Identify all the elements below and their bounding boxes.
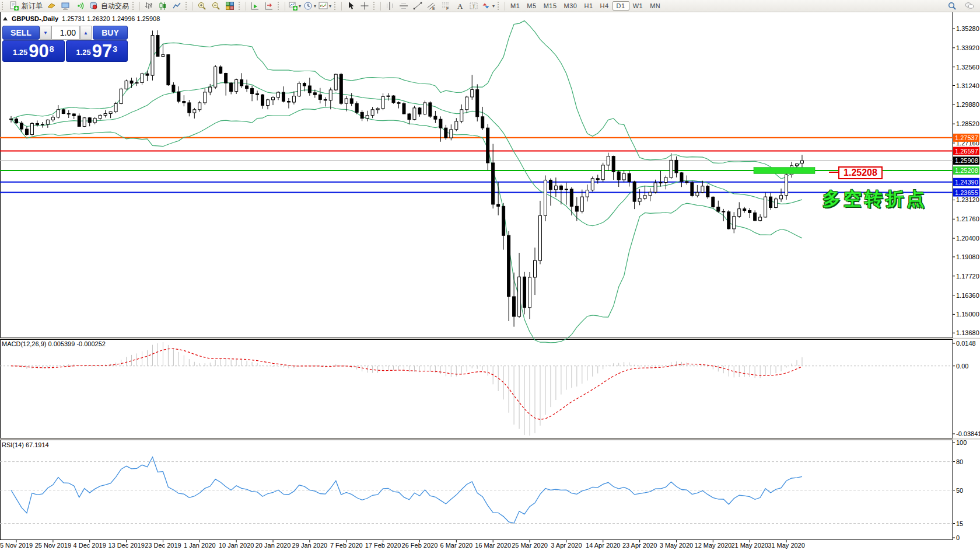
chart-canvas[interactable]: 1.352801.339201.325601.312401.298801.285…: [0, 0, 980, 550]
svg-text:29 Jan 2020: 29 Jan 2020: [292, 542, 328, 549]
volume-increase-button[interactable]: ▲: [80, 26, 92, 40]
chart-symbol-title: GBPUSD-,Daily: [12, 15, 58, 22]
chart-shift-button[interactable]: [262, 1, 276, 11]
new-chart-button[interactable]: ▾: [287, 1, 302, 11]
timeframe-m30-button[interactable]: M30: [561, 1, 581, 11]
candlestick-chart-icon: [158, 1, 167, 11]
text-label-icon: T: [469, 1, 478, 11]
volume-input[interactable]: 1.00: [51, 26, 80, 40]
svg-text:4 Dec 2019: 4 Dec 2019: [74, 542, 106, 549]
svg-text:80: 80: [956, 458, 963, 465]
buy-price-display[interactable]: 1.25 97 3: [66, 40, 128, 62]
svg-text:25 Nov 2019: 25 Nov 2019: [35, 542, 71, 549]
text-label-button[interactable]: T: [467, 1, 481, 11]
toolbar-separator: [139, 2, 140, 11]
timeframe-m15-button[interactable]: M15: [540, 1, 561, 11]
macd-indicator-label: MACD(12,26,9) 0.005399 -0.000252: [2, 340, 106, 347]
sell-price-display[interactable]: 1.25 90 8: [2, 40, 65, 62]
vline-icon: [385, 1, 394, 11]
period-button[interactable]: ▾: [302, 1, 317, 11]
svg-text:31 May 2020: 31 May 2020: [768, 542, 805, 549]
price-axis[interactable]: 1.352801.339201.325601.312401.298801.285…: [953, 25, 979, 336]
arrows-button[interactable]: ▾: [481, 1, 496, 11]
new-order-button[interactable]: [7, 1, 21, 11]
tile-windows-button[interactable]: [223, 1, 237, 11]
timeframe-d1-button[interactable]: D1: [612, 1, 629, 11]
timeframe-w1-button[interactable]: W1: [629, 1, 647, 11]
chat-button[interactable]: [963, 1, 977, 11]
search-button[interactable]: [945, 1, 959, 11]
date-axis[interactable]: 5 Nov 201925 Nov 20194 Dec 201913 Dec 20…: [0, 540, 805, 549]
svg-text:1.13680: 1.13680: [956, 329, 979, 336]
toolbar-grip: [278, 2, 281, 10]
vline-button[interactable]: [383, 1, 397, 11]
timeframe-m5-button[interactable]: M5: [523, 1, 540, 11]
indicators-button[interactable]: ▾: [317, 1, 332, 11]
timeframe-mn-button[interactable]: MN: [646, 1, 664, 11]
svg-text:0.0148: 0.0148: [956, 340, 976, 347]
line-chart-button[interactable]: [170, 1, 184, 11]
hline-button[interactable]: [397, 1, 411, 11]
support-highlight-bar[interactable]: [754, 168, 815, 174]
svg-text:6 Mar 2020: 6 Mar 2020: [440, 542, 473, 549]
autotrading-icon: [89, 1, 98, 11]
timeframe-h4-button[interactable]: H4: [597, 1, 612, 11]
svg-text:10 Jan 2020: 10 Jan 2020: [219, 542, 254, 549]
svg-text:1.27537: 1.27537: [955, 134, 978, 141]
trendline-icon: [413, 1, 422, 11]
svg-text:23 Apr 2020: 23 Apr 2020: [622, 542, 657, 549]
metaeditor-button[interactable]: [44, 1, 58, 11]
toolbar-separator: [380, 2, 381, 11]
svg-text:13 Dec 2019: 13 Dec 2019: [108, 542, 144, 549]
signals-button[interactable]: [72, 1, 86, 11]
svg-text:1.35280: 1.35280: [956, 25, 979, 32]
bars-chart-icon: [144, 1, 153, 11]
zoom-in-button[interactable]: [195, 1, 209, 11]
buy-button[interactable]: BUY: [93, 26, 128, 40]
zoom-out-button[interactable]: [209, 1, 223, 11]
svg-text:50: 50: [956, 487, 963, 494]
toolbar: 新订单自动交易▾▾▾EFAT▾M1M5M15M30H1H4D1W1MN: [0, 0, 980, 12]
svg-text:1.33920: 1.33920: [956, 44, 979, 51]
timeframe-m1-button[interactable]: M1: [507, 1, 523, 11]
sell-price-sup: 8: [50, 45, 54, 53]
autotrading-button[interactable]: [86, 1, 100, 11]
svg-text:E: E: [432, 6, 435, 11]
candlestick-chart-button[interactable]: [156, 1, 170, 11]
svg-text:1.21760: 1.21760: [956, 215, 979, 222]
svg-text:12 May 2020: 12 May 2020: [695, 542, 732, 549]
sell-button[interactable]: SELL: [2, 26, 40, 40]
svg-text:21 May 2020: 21 May 2020: [731, 542, 768, 549]
svg-text:100: 100: [956, 439, 967, 446]
rsi-axis[interactable]: 1008050150: [953, 439, 967, 541]
svg-text:A: A: [457, 2, 463, 11]
buy-price-sup: 3: [113, 45, 117, 53]
trendline-button[interactable]: [411, 1, 425, 11]
timeframe-h1-button[interactable]: H1: [580, 1, 596, 11]
terminal-button[interactable]: [58, 1, 72, 11]
channel-button[interactable]: E: [425, 1, 439, 11]
volume-decrease-button[interactable]: ▼: [40, 26, 51, 40]
tile-windows-icon: [225, 1, 235, 11]
collapse-triangle-icon[interactable]: [3, 17, 8, 20]
bars-chart-button[interactable]: [142, 1, 156, 11]
text-button[interactable]: A: [453, 1, 467, 11]
chart-ohlc-values: 1.25731 1.26320 1.24996 1.25908: [62, 15, 160, 22]
cursor-icon: [346, 1, 355, 11]
macd-axis[interactable]: 0.01480.00-0.038415: [953, 340, 980, 437]
svg-text:0.00: 0.00: [956, 363, 968, 370]
svg-text:1.28520: 1.28520: [956, 120, 979, 127]
crosshair-icon: [360, 1, 369, 11]
auto-scroll-button[interactable]: [248, 1, 262, 11]
sell-price-prefix: 1.25: [13, 45, 27, 60]
price-callout-label[interactable]: 1.25208: [838, 166, 883, 179]
fibonacci-button[interactable]: F: [439, 1, 453, 11]
svg-text:23 Dec 2019: 23 Dec 2019: [145, 542, 181, 549]
toolbar-grip: [186, 2, 189, 10]
cursor-button[interactable]: [344, 1, 358, 11]
line-chart-icon: [172, 1, 181, 11]
svg-text:1.20400: 1.20400: [956, 235, 979, 242]
crosshair-button[interactable]: [358, 1, 372, 11]
toolbar-grip: [498, 2, 501, 10]
turning-point-annotation[interactable]: 多空转折点: [822, 187, 928, 211]
